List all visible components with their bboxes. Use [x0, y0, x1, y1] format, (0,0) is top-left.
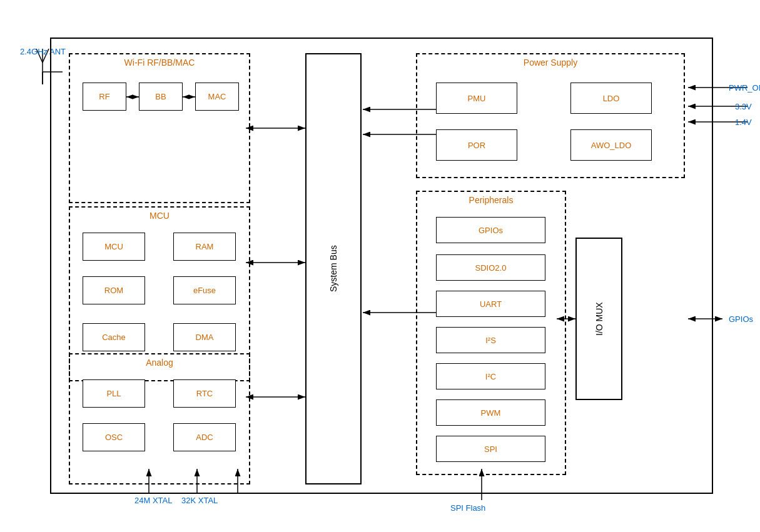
- cache-box: Cache: [83, 323, 145, 351]
- pmu-box: PMU: [436, 83, 517, 114]
- wifi-section: Wi-Fi RF/BB/MAC RF BB MAC: [69, 53, 250, 203]
- pwm-box: PWM: [436, 399, 545, 426]
- analog-section: Analog PLL RTC OSC ADC: [69, 353, 250, 484]
- dma-box: DMA: [173, 323, 236, 351]
- bb-box: BB: [139, 83, 183, 111]
- peripherals-label: Peripherals: [417, 195, 565, 205]
- ldo-box: LDO: [570, 83, 652, 114]
- v14-label: 1.4V: [735, 118, 752, 127]
- gpios-box: GPIOs: [436, 217, 545, 243]
- pll-box: PLL: [83, 379, 145, 408]
- xtal-32k-label: 32K XTAL: [181, 496, 218, 505]
- awo-ldo-box: AWO_LDO: [570, 129, 652, 161]
- spi-flash-label: SPI Flash: [450, 503, 485, 513]
- mcu-box: MCU: [83, 233, 145, 261]
- mac-box: MAC: [195, 83, 239, 111]
- rf-box: RF: [83, 83, 126, 111]
- peripherals-section: Peripherals GPIOs SDIO2.0 UART I²S I²C P…: [416, 191, 566, 475]
- power-label: Power Supply: [417, 58, 684, 68]
- osc-box: OSC: [83, 423, 145, 451]
- xtal-24m-label: 24M XTAL: [134, 496, 172, 505]
- io-mux: I/O MUX: [575, 238, 622, 400]
- mcu-label: MCU: [70, 211, 249, 221]
- power-section: Power Supply PMU LDO POR AWO_LDO: [416, 53, 685, 178]
- adc-box: ADC: [173, 423, 236, 451]
- ram-box: RAM: [173, 233, 236, 261]
- por-box: POR: [436, 129, 517, 161]
- spi-box: SPI: [436, 436, 545, 462]
- i2s-box: I²S: [436, 327, 545, 353]
- gpios-ext-label: GPIOs: [729, 314, 753, 324]
- diagram-container: 2.4GHz ANT Wi-Fi RF/BB/MAC RF BB MAC MCU…: [13, 13, 747, 519]
- i2c-box: I²C: [436, 363, 545, 389]
- wifi-label: Wi-Fi RF/BB/MAC: [70, 58, 249, 68]
- uart-box: UART: [436, 291, 545, 317]
- analog-label: Analog: [70, 358, 249, 368]
- rom-box: ROM: [83, 276, 145, 304]
- v33-label: 3.3V: [735, 102, 752, 111]
- rtc-box: RTC: [173, 379, 236, 408]
- efuse-box: eFuse: [173, 276, 236, 304]
- sdio-box: SDIO2.0: [436, 254, 545, 281]
- system-bus: System Bus: [305, 53, 362, 484]
- pwr-on-label: PWR_ON: [729, 83, 760, 93]
